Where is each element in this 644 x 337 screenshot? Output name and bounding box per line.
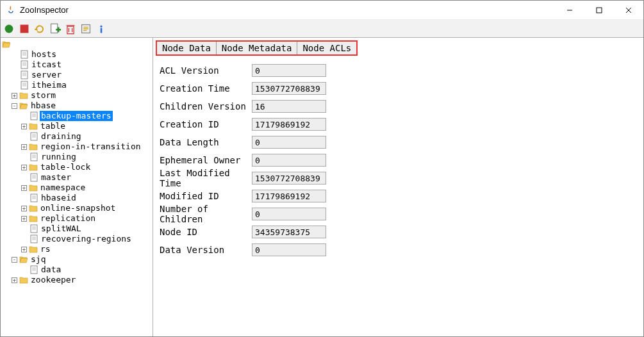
tree-item-label[interactable]: draining (40, 131, 83, 142)
expand-icon[interactable]: + (21, 144, 27, 150)
tree-item-label[interactable]: server (30, 70, 63, 80)
metadata-label: Modified ID (160, 191, 252, 201)
tree-item-label[interactable]: itheima (30, 80, 68, 90)
folder-closed-icon (19, 275, 28, 284)
svg-rect-6 (51, 24, 58, 33)
tree-item-label[interactable]: itcast (30, 60, 63, 70)
tree-item-label[interactable]: table (39, 121, 67, 131)
metadata-table: ACL Version0Creation Time1530772708839Ch… (153, 56, 643, 266)
metadata-row: Data Length0 (160, 134, 637, 151)
disconnect-button[interactable] (19, 23, 30, 35)
expand-icon[interactable]: + (21, 124, 27, 129)
file-icon (29, 193, 38, 202)
tree-row[interactable]: itheima (1, 80, 153, 90)
tree-item-label[interactable]: rs (39, 244, 52, 254)
node-viewers-button[interactable] (80, 23, 92, 35)
tree-row[interactable]: +replication (1, 213, 153, 224)
tree-row[interactable]: +online-snapshot (1, 203, 153, 213)
tree-item-label[interactable]: hbaseid (40, 193, 78, 203)
delete-node-button[interactable] (65, 23, 76, 35)
tree-row[interactable]: recovering-regions (1, 234, 153, 244)
expand-icon[interactable]: + (21, 185, 27, 191)
tree-row[interactable]: running (1, 152, 153, 162)
metadata-label: Children Version (160, 101, 252, 111)
connect-button[interactable] (3, 23, 15, 35)
titlebar: ZooInspector (1, 1, 643, 20)
metadata-label: Last Modified Time (160, 168, 252, 188)
svg-rect-44 (31, 174, 37, 181)
tab-node-acls[interactable]: Node ACLs (297, 42, 356, 54)
tree-row[interactable]: itcast (1, 60, 153, 70)
tree-item-label[interactable]: running (40, 152, 78, 162)
tree-row[interactable]: draining (1, 131, 153, 142)
folder-closed-icon (29, 163, 38, 172)
expand-icon[interactable]: + (12, 277, 17, 283)
svg-rect-16 (21, 51, 28, 58)
collapse-icon[interactable]: - (12, 103, 17, 109)
tree-root-row[interactable] (1, 39, 153, 49)
metadata-label: Ephemeral Owner (160, 155, 252, 165)
tree-item-label[interactable]: splitWAL (40, 224, 83, 234)
tree-row[interactable]: hbaseid (1, 193, 153, 203)
close-button[interactable] (614, 1, 643, 20)
tree-row[interactable]: +storm (1, 90, 153, 101)
expand-icon[interactable]: + (21, 165, 27, 170)
tree-row[interactable]: server (1, 70, 153, 80)
add-node-button[interactable] (49, 23, 61, 35)
tree-row[interactable]: +region-in-transition (1, 142, 153, 152)
window-title: ZooInspector (20, 5, 555, 15)
file-icon (20, 81, 29, 90)
tree-item-label[interactable]: master (40, 172, 72, 183)
maximize-button[interactable] (584, 1, 614, 20)
tree-item-label[interactable]: namespace (39, 183, 87, 193)
tab-node-metadata[interactable]: Node Metadata (217, 42, 298, 54)
tree-row[interactable]: -hbase (1, 101, 153, 111)
tree-row[interactable]: -sjq (1, 254, 153, 265)
tree-row[interactable]: +zookeeper (1, 275, 153, 285)
svg-rect-56 (31, 235, 37, 243)
tree-item-label[interactable]: online-snapshot (39, 203, 117, 213)
metadata-row: Node ID34359738375 (160, 224, 637, 240)
metadata-label: Data Version (160, 245, 252, 255)
tree-row[interactable]: hosts (1, 49, 153, 60)
file-icon (20, 60, 29, 69)
tree-item-label[interactable]: recovering-regions (40, 234, 133, 244)
tree-item-label[interactable]: table-lock (39, 162, 92, 172)
tree-item-label[interactable]: hbase (29, 101, 57, 111)
tree-row[interactable]: +table-lock (1, 162, 153, 172)
tree-item-label[interactable]: zookeeper (29, 275, 77, 285)
svg-rect-24 (21, 71, 28, 79)
tree-item-label[interactable]: sjq (29, 254, 47, 265)
metadata-label: Number of Children (160, 204, 252, 224)
tree-item-label[interactable]: hosts (30, 49, 58, 60)
refresh-button[interactable] (34, 23, 45, 35)
tree-row[interactable]: data (1, 265, 153, 275)
minimize-button[interactable] (555, 1, 584, 20)
file-icon (29, 152, 38, 161)
tree-row[interactable]: +rs (1, 244, 153, 254)
tree-row[interactable]: +table (1, 121, 153, 131)
svg-rect-40 (31, 153, 37, 161)
tree-row[interactable]: +namespace (1, 183, 153, 193)
tree-item-label[interactable]: storm (29, 90, 57, 101)
tree-row[interactable]: master (1, 172, 153, 183)
expand-icon[interactable]: + (21, 247, 27, 252)
svg-point-14 (100, 25, 102, 27)
about-button[interactable] (95, 23, 107, 35)
tree-item-label[interactable]: backup-masters (40, 111, 113, 121)
tree-row[interactable]: splitWAL (1, 224, 153, 234)
tree-item-label[interactable]: replication (39, 213, 97, 224)
metadata-row: Data Version0 (160, 242, 637, 258)
collapse-icon[interactable]: - (12, 257, 17, 263)
expand-icon[interactable]: + (21, 216, 27, 222)
tree-pane[interactable]: hostsitcastserveritheima+storm-hbaseback… (1, 38, 153, 336)
file-icon (20, 70, 29, 79)
folder-closed-icon (29, 204, 38, 213)
expand-icon[interactable]: + (12, 93, 17, 99)
expand-icon[interactable]: + (21, 206, 27, 211)
tree-row[interactable]: backup-masters (1, 111, 153, 121)
tab-node-data[interactable]: Node Data (157, 42, 217, 54)
tree-item-label[interactable]: data (40, 265, 62, 275)
tree-item-label[interactable]: region-in-transition (39, 142, 142, 152)
file-icon (29, 224, 38, 233)
